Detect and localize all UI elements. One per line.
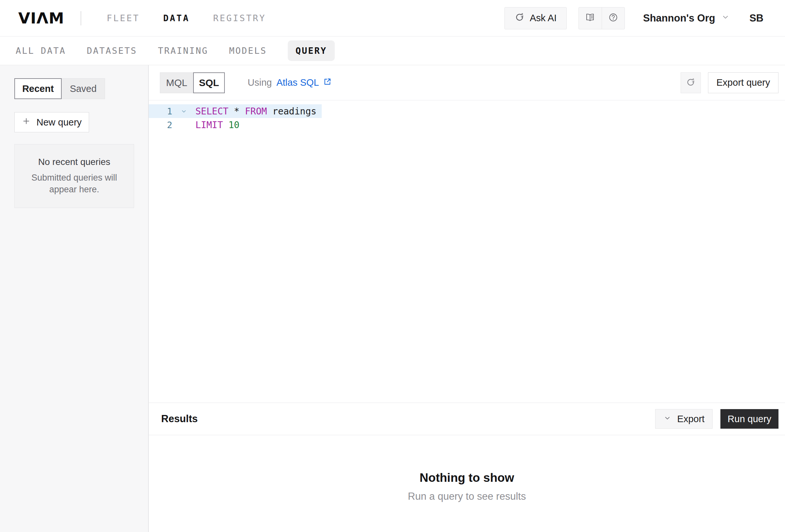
editor-gutter: 1 <box>149 104 196 118</box>
topbar-right-cluster: Ask AI <box>504 7 763 29</box>
export-results-label: Export <box>677 414 705 424</box>
chevron-down-icon <box>663 414 672 424</box>
chevron-down-icon <box>721 12 730 24</box>
query-main-panel: MQL SQL Using Atlas SQL <box>149 65 785 532</box>
org-selector[interactable]: Shannon's Org <box>643 12 730 24</box>
code-line[interactable]: 2 LIMIT 10 <box>149 118 785 132</box>
new-query-button[interactable]: New query <box>15 112 89 132</box>
new-query-label: New query <box>36 117 82 128</box>
primary-nav: FLEET DATA REGISTRY <box>107 13 266 23</box>
sql-mode-toggle[interactable]: SQL <box>193 72 225 93</box>
ask-ai-label: Ask AI <box>530 13 557 24</box>
tab-training[interactable]: TRAINING <box>158 46 208 56</box>
book-icon <box>585 12 595 24</box>
using-atlas-sql: Using Atlas SQL <box>248 77 332 88</box>
recent-saved-toggle: Recent Saved <box>15 78 134 99</box>
sparkle-refresh-icon <box>514 12 525 24</box>
regenerate-query-button[interactable] <box>681 72 701 93</box>
sql-keyword: LIMIT <box>196 119 228 130</box>
sql-keyword: SELECT <box>196 106 234 117</box>
empty-state-title: No recent queries <box>38 157 110 167</box>
line-number: 2 <box>149 120 172 130</box>
code-text: SELECT * FROM readings <box>196 104 322 118</box>
ask-ai-button[interactable]: Ask AI <box>504 7 567 29</box>
docs-button[interactable] <box>579 7 602 29</box>
using-label: Using <box>248 77 272 88</box>
atlas-sql-link-label: Atlas SQL <box>276 77 319 88</box>
results-empty-title: Nothing to show <box>420 471 514 485</box>
export-query-button[interactable]: Export query <box>708 72 779 93</box>
code-text: LIMIT 10 <box>196 118 245 132</box>
sparkle-refresh-icon <box>686 77 695 88</box>
nav-item-data[interactable]: DATA <box>163 13 189 23</box>
top-bar: VIΛM FLEET DATA REGISTRY Ask AI <box>0 0 785 36</box>
plus-icon <box>22 117 31 128</box>
tab-all-data[interactable]: ALL DATA <box>16 46 66 56</box>
query-toolbar: MQL SQL Using Atlas SQL <box>149 65 785 100</box>
help-button[interactable] <box>602 7 625 29</box>
line-number: 1 <box>149 106 172 116</box>
results-empty-state: Nothing to show Run a query to see resul… <box>149 435 785 532</box>
recent-queries-empty-state: No recent queries Submitted queries will… <box>15 144 134 208</box>
fold-chevron-icon[interactable] <box>172 108 196 115</box>
query-sidebar: Recent Saved New query No recent queries… <box>0 65 149 532</box>
editor-gutter: 2 <box>149 118 196 132</box>
avatar-initials[interactable]: SB <box>750 12 763 24</box>
atlas-sql-link[interactable]: Atlas SQL <box>276 77 332 88</box>
sql-code-editor[interactable]: 1 SELECT * FROM readings 2 LIMIT 10 <box>149 100 785 403</box>
resource-icon-group <box>579 7 625 29</box>
sql-identifier: readings <box>273 106 316 117</box>
mql-mode-toggle[interactable]: MQL <box>160 72 193 93</box>
tab-query[interactable]: QUERY <box>288 41 335 61</box>
sql-number-literal: 10 <box>228 119 239 130</box>
data-subnav: ALL DATA DATASETS TRAINING MODELS QUERY <box>0 36 785 65</box>
nav-item-fleet[interactable]: FLEET <box>107 13 140 23</box>
export-results-button[interactable]: Export <box>655 409 713 429</box>
nav-item-registry[interactable]: REGISTRY <box>213 13 266 23</box>
empty-state-subtitle: Submitted queries will appear here. <box>25 172 123 195</box>
recent-tab[interactable]: Recent <box>15 78 62 99</box>
topbar-divider <box>81 11 81 25</box>
run-query-button[interactable]: Run query <box>720 409 779 429</box>
external-link-icon <box>323 77 332 88</box>
content-area: Recent Saved New query No recent queries… <box>0 65 785 532</box>
org-name: Shannon's Org <box>643 12 715 24</box>
results-empty-subtitle: Run a query to see results <box>408 490 526 502</box>
viam-logo[interactable]: VIΛM <box>18 9 64 27</box>
results-header: Results Export Run query <box>149 403 785 435</box>
tab-datasets[interactable]: DATASETS <box>87 46 137 56</box>
help-circle-icon <box>608 12 618 24</box>
sql-keyword: FROM <box>245 106 273 117</box>
results-title: Results <box>161 413 198 425</box>
code-line[interactable]: 1 SELECT * FROM readings <box>149 104 785 118</box>
sql-token: * <box>234 106 245 117</box>
tab-models[interactable]: MODELS <box>229 46 267 56</box>
saved-tab[interactable]: Saved <box>62 78 105 99</box>
